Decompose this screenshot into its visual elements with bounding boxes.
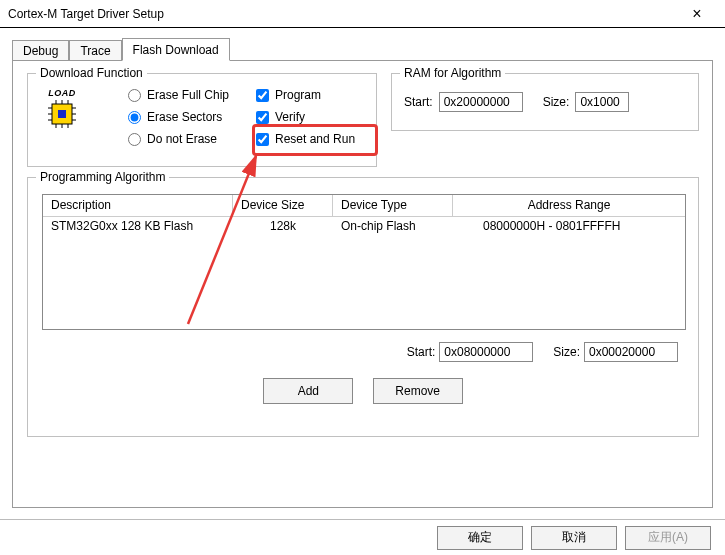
check-label: Program	[275, 88, 321, 102]
algo-size-input[interactable]	[584, 342, 678, 362]
remove-button[interactable]: Remove	[373, 378, 463, 404]
algorithm-table[interactable]: Description Device Size Device Type Addr…	[42, 194, 686, 330]
algo-buttons: Add Remove	[28, 378, 698, 404]
check-program[interactable]: Program	[256, 84, 355, 106]
tab-debug[interactable]: Debug	[12, 40, 69, 61]
radio-do-not-erase[interactable]: Do not Erase	[128, 128, 229, 150]
apply-button: 应用(A)	[625, 526, 711, 550]
action-options: Program Verify Reset and Run	[256, 84, 355, 150]
radio-label: Do not Erase	[147, 132, 217, 146]
ram-start-label: Start:	[404, 95, 433, 109]
legend-ram: RAM for Algorithm	[400, 66, 505, 80]
close-icon[interactable]: ×	[677, 5, 717, 23]
radio-erase-full[interactable]: Erase Full Chip	[128, 84, 229, 106]
ram-size-label: Size:	[543, 95, 570, 109]
ram-size-input[interactable]	[575, 92, 629, 112]
chip-icon	[46, 100, 78, 128]
add-button[interactable]: Add	[263, 378, 353, 404]
svg-rect-1	[58, 110, 66, 118]
col-description[interactable]: Description	[43, 195, 233, 216]
legend-download: Download Function	[36, 66, 147, 80]
tab-content: Download Function LOAD Erase Full Chip	[12, 60, 713, 508]
erase-options: Erase Full Chip Erase Sectors Do not Era…	[128, 84, 229, 150]
radio-erase-sectors[interactable]: Erase Sectors	[128, 106, 229, 128]
tab-trace[interactable]: Trace	[69, 40, 121, 61]
table-header: Description Device Size Device Type Addr…	[43, 195, 685, 217]
algo-size-label: Size:	[553, 345, 580, 359]
tabstrip: Debug Trace Flash Download	[12, 36, 713, 60]
check-label: Verify	[275, 110, 305, 124]
dialog-footer: 确定 取消 应用(A)	[0, 519, 725, 555]
group-ram-algorithm: RAM for Algorithm Start: Size:	[391, 73, 699, 131]
cell-device-type: On-chip Flash	[333, 217, 453, 237]
col-device-size[interactable]: Device Size	[233, 195, 333, 216]
legend-prog: Programming Algorithm	[36, 170, 169, 184]
dialog-body: Debug Trace Flash Download Download Func…	[0, 28, 725, 518]
load-icon: LOAD	[42, 88, 82, 128]
radio-label: Erase Full Chip	[147, 88, 229, 102]
ok-button[interactable]: 确定	[437, 526, 523, 550]
titlebar: Cortex-M Target Driver Setup ×	[0, 0, 725, 28]
col-device-type[interactable]: Device Type	[333, 195, 453, 216]
check-reset-and-run[interactable]: Reset and Run	[256, 128, 355, 150]
group-programming-algorithm: Programming Algorithm Description Device…	[27, 177, 699, 437]
ram-start-input[interactable]	[439, 92, 523, 112]
cell-address-range: 08000000H - 0801FFFFH	[453, 217, 685, 237]
table-row[interactable]: STM32G0xx 128 KB Flash 128k On-chip Flas…	[43, 217, 685, 237]
cell-description: STM32G0xx 128 KB Flash	[43, 217, 233, 237]
algo-start-size: Start: Size:	[407, 342, 678, 362]
window-title: Cortex-M Target Driver Setup	[8, 7, 677, 21]
check-verify[interactable]: Verify	[256, 106, 355, 128]
cancel-button[interactable]: 取消	[531, 526, 617, 550]
algo-start-input[interactable]	[439, 342, 533, 362]
radio-label: Erase Sectors	[147, 110, 222, 124]
check-label: Reset and Run	[275, 132, 355, 146]
load-icon-text: LOAD	[42, 88, 82, 98]
cell-device-size: 128k	[233, 217, 333, 237]
algo-start-label: Start:	[407, 345, 436, 359]
tab-flash-download[interactable]: Flash Download	[122, 38, 230, 61]
col-address-range[interactable]: Address Range	[453, 195, 685, 216]
group-download-function: Download Function LOAD Erase Full Chip	[27, 73, 377, 167]
